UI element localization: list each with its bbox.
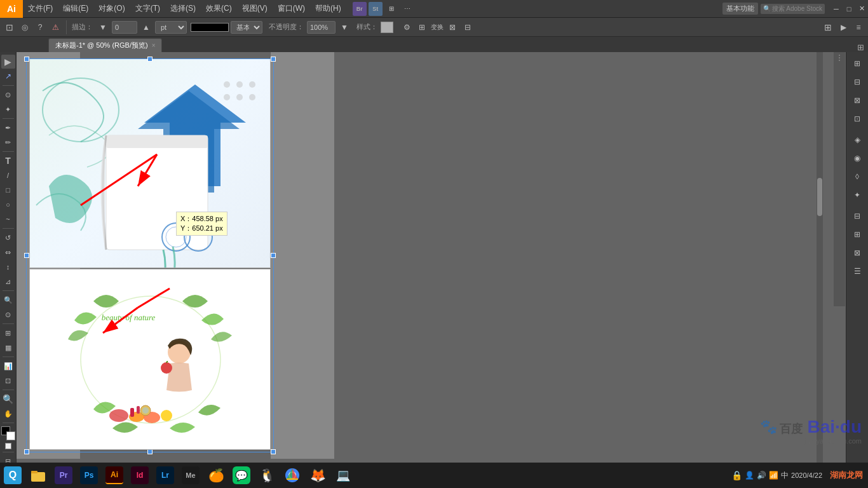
svg-point-3	[224, 81, 230, 88]
search-box[interactable]: 🔍 搜索 Adobe Stock	[761, 4, 825, 14]
menu-window[interactable]: 窗口(W)	[273, 0, 310, 17]
right-panel-btn-5[interactable]: ◈	[848, 131, 866, 149]
taskbar-media-encoder[interactable]: Me	[178, 463, 203, 488]
taskbar-fruit[interactable]: 🍊	[203, 463, 229, 488]
brush-tool[interactable]: ~	[1, 212, 15, 226]
close-button[interactable]: ✕	[855, 0, 868, 18]
taskbar-chrome[interactable]	[280, 463, 305, 488]
right-panel-btn-10[interactable]: ⊞	[848, 226, 866, 243]
scroll-thumb-vertical[interactable]	[817, 178, 822, 216]
align-icon[interactable]: ⊞	[415, 20, 429, 34]
corner-widget-btn[interactable]: ◎	[18, 20, 32, 34]
right-panel-btn-9[interactable]: ⊟	[848, 207, 866, 225]
stroke-style-select[interactable]: 基本	[231, 21, 262, 34]
panels-btn[interactable]: ▶	[836, 20, 850, 34]
menu-help[interactable]: 帮助(H)	[310, 0, 346, 17]
taskbar-indesign[interactable]: Id	[127, 463, 153, 488]
taskbar-files[interactable]	[25, 463, 51, 488]
document-tab[interactable]: 未标题-1* @ 50% (RGB/预览) ×	[48, 38, 162, 52]
right-panel-btn-7[interactable]: ◊	[848, 168, 866, 186]
more-icon[interactable]: ⋯	[400, 2, 414, 16]
taskbar-photoshop[interactable]: Ps	[76, 463, 102, 488]
taskbar-browser[interactable]: Q	[0, 463, 25, 488]
stroke-decrease[interactable]: ▼	[96, 20, 110, 34]
settings-icon[interactable]: ⚙	[400, 20, 414, 34]
transform-icon[interactable]: 变换	[430, 20, 444, 34]
vertical-scrollbar[interactable]	[817, 52, 823, 471]
opacity-input[interactable]	[307, 21, 336, 34]
reflect-tool[interactable]: ⇔	[1, 245, 15, 259]
rotate-tool[interactable]: ↺	[1, 231, 15, 245]
right-panel-btn-2[interactable]: ⊟	[848, 73, 866, 91]
grid-icon[interactable]: ⊞	[384, 2, 398, 16]
handle-bottom-center[interactable]	[147, 449, 153, 454]
menu-text[interactable]: 文字(T)	[130, 0, 165, 17]
selection-tool[interactable]: ▶	[1, 55, 15, 69]
magic-wand-tool[interactable]: ✦	[1, 102, 15, 116]
grid-layout-btn[interactable]: ⊞	[821, 20, 835, 34]
menu-select[interactable]: 选择(S)	[165, 0, 201, 17]
tab-close-btn[interactable]: ×	[152, 42, 156, 49]
graph-tool[interactable]: 📊	[1, 359, 15, 373]
right-panel-btn-6[interactable]: ◉	[848, 149, 866, 167]
stock-icon[interactable]: St	[369, 2, 383, 16]
stroke-increase[interactable]: ▲	[139, 20, 153, 34]
restore-button[interactable]: □	[843, 0, 855, 18]
warp-tool[interactable]: ⊿	[1, 274, 15, 288]
menu-object[interactable]: 对象(O)	[93, 0, 130, 17]
bounding-box-btn[interactable]: ⊡	[3, 20, 17, 34]
none-color-icon[interactable]	[5, 443, 11, 449]
ellipse-tool[interactable]: ○	[1, 198, 15, 212]
blend-tool[interactable]: ⊙	[1, 308, 15, 322]
line-tool[interactable]: /	[1, 168, 15, 182]
right-panel-btn-4[interactable]: ⊡	[848, 110, 866, 128]
question-btn[interactable]: ?	[33, 20, 47, 34]
stroke-unit-select[interactable]: ptpxmm	[155, 21, 187, 34]
workspace-button[interactable]: 基本功能	[722, 3, 758, 15]
menu-file[interactable]: 文件(F)	[23, 0, 58, 17]
scale-tool[interactable]: ↕	[1, 260, 15, 274]
menu-view[interactable]: 视图(V)	[237, 0, 273, 17]
direct-selection-tool[interactable]: ↗	[1, 69, 15, 83]
system-clock[interactable]: 2020/4/22	[791, 471, 822, 479]
taskbar-qq[interactable]: 🐧	[254, 463, 280, 488]
app-logo: Ai	[0, 0, 23, 18]
taskbar-wechat[interactable]: 💬	[229, 463, 254, 488]
taskbar-illustrator[interactable]: Ai	[102, 463, 127, 488]
menu-collapse-btn[interactable]: ≡	[851, 20, 865, 34]
canvas-area[interactable]: X：458.58 px Y：650.21 px	[17, 52, 846, 471]
style-preview[interactable]	[381, 22, 393, 33]
taskbar-lightroom[interactable]: Lr	[153, 463, 178, 488]
text-tool[interactable]: T	[1, 154, 15, 168]
zoom-tool[interactable]: 🔍	[1, 392, 15, 406]
right-panel-btn-12[interactable]: ☰	[848, 262, 866, 280]
collapsed-right-panel	[834, 52, 845, 306]
pencil-tool[interactable]: ✏	[1, 135, 15, 149]
taskbar-premiere[interactable]: Pr	[51, 463, 76, 488]
right-panel-btn-1[interactable]: ⊞	[848, 55, 866, 72]
eyedropper-tool[interactable]: 🔍	[1, 293, 15, 307]
hand-tool[interactable]: ✋	[1, 407, 15, 421]
minimize-button[interactable]: ─	[830, 0, 843, 18]
menu-effect[interactable]: 效果(C)	[201, 0, 237, 17]
right-panel-btn-3[interactable]: ⊠	[848, 92, 866, 109]
stroke-input[interactable]	[112, 21, 137, 34]
fill-stroke-colors[interactable]	[1, 426, 15, 440]
rect-tool[interactable]: □	[1, 183, 15, 197]
warning-btn[interactable]: ⚠	[48, 20, 62, 34]
artboard-tool[interactable]: ⊡	[1, 374, 15, 388]
arrange-icon[interactable]: ⊟	[461, 20, 475, 34]
right-panel-btn-8[interactable]: ✦	[848, 186, 866, 204]
lasso-tool[interactable]: ⊙	[1, 88, 15, 102]
bridge-icon[interactable]: Br	[353, 2, 367, 16]
taskbar-finder[interactable]: 💻	[330, 463, 356, 488]
pen-tool[interactable]: ✒	[1, 121, 15, 135]
opacity-dropdown[interactable]: ▼	[337, 20, 351, 34]
pathfinder-icon[interactable]: ⊠	[445, 20, 459, 34]
right-panel-btn-11[interactable]: ⊠	[848, 244, 866, 262]
arrange-docs-btn[interactable]: ⊞	[853, 43, 868, 52]
mesh-tool[interactable]: ⊞	[1, 326, 15, 340]
gradient-tool[interactable]: ▦	[1, 341, 15, 355]
taskbar-firefox[interactable]: 🦊	[305, 463, 330, 488]
menu-edit[interactable]: 编辑(E)	[58, 0, 93, 17]
